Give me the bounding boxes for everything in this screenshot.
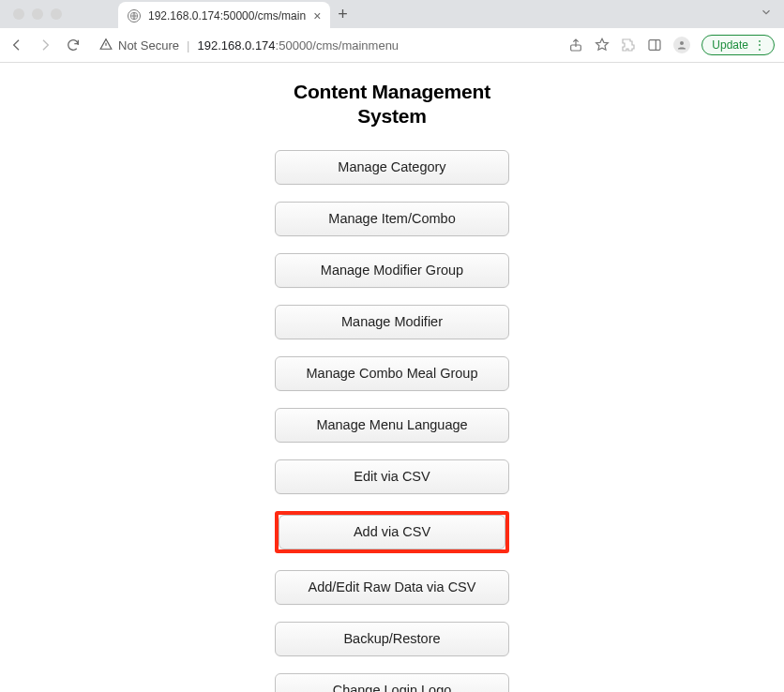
more-icon: ⋮ xyxy=(754,38,764,52)
menu-button[interactable]: Manage Modifier xyxy=(275,305,509,339)
menu-button[interactable]: Backup/Restore xyxy=(275,622,509,656)
page-content: Content Management System Manage Categor… xyxy=(0,63,784,692)
menu-button[interactable]: Manage Menu Language xyxy=(275,408,509,443)
minimize-window-icon[interactable] xyxy=(32,8,43,20)
menu-list: Manage CategoryManage Item/ComboManage M… xyxy=(275,150,509,693)
tabs-dropdown-icon[interactable] xyxy=(760,6,773,23)
warning-icon xyxy=(99,38,113,53)
globe-icon xyxy=(128,9,141,23)
update-label: Update xyxy=(712,38,748,52)
security-indicator[interactable]: Not Secure xyxy=(99,38,179,53)
browser-tab[interactable]: 192.168.0.174:50000/cms/main × xyxy=(118,2,330,30)
maximize-window-icon[interactable] xyxy=(51,8,62,20)
bookmark-star-icon[interactable] xyxy=(595,38,610,53)
svg-point-3 xyxy=(680,41,684,45)
svg-rect-2 xyxy=(649,40,660,51)
menu-button[interactable]: Add/Edit Raw Data via CSV xyxy=(275,570,509,605)
menu-button[interactable]: Manage Combo Meal Group xyxy=(275,356,509,391)
menu-button[interactable]: Manage Modifier Group xyxy=(275,253,509,288)
forward-button[interactable] xyxy=(38,38,53,53)
browser-update-button[interactable]: Update ⋮ xyxy=(701,35,775,55)
menu-button[interactable]: Change Login Logo xyxy=(275,673,509,693)
share-icon[interactable] xyxy=(568,38,583,53)
security-label: Not Secure xyxy=(118,38,179,53)
menu-button[interactable]: Add via CSV xyxy=(279,515,505,549)
menu-button[interactable]: Manage Category xyxy=(275,150,509,185)
close-window-icon[interactable] xyxy=(13,8,24,20)
address-bar[interactable]: Not Secure | 192.168.0.174:50000/cms/mai… xyxy=(99,38,555,53)
new-tab-button[interactable]: + xyxy=(338,6,348,23)
address-url: 192.168.0.174:50000/cms/mainmenu xyxy=(197,38,399,53)
address-separator: | xyxy=(187,38,189,53)
close-tab-icon[interactable]: × xyxy=(313,9,321,23)
menu-button[interactable]: Manage Item/Combo xyxy=(275,202,509,236)
browser-toolbar: Not Secure | 192.168.0.174:50000/cms/mai… xyxy=(0,28,784,62)
extensions-icon[interactable] xyxy=(621,38,636,53)
toolbar-right: Update ⋮ xyxy=(568,35,775,55)
profile-avatar-icon[interactable] xyxy=(673,37,690,53)
tab-title: 192.168.0.174:50000/cms/main xyxy=(148,9,306,23)
tab-bar: 192.168.0.174:50000/cms/main × + xyxy=(0,0,784,28)
browser-chrome: 192.168.0.174:50000/cms/main × + Not Sec… xyxy=(0,0,784,63)
menu-button-highlight: Add via CSV xyxy=(275,511,509,553)
side-panel-icon[interactable] xyxy=(647,38,662,53)
page-title: Content Management System xyxy=(294,80,490,129)
window-controls[interactable] xyxy=(13,8,62,20)
reload-button[interactable] xyxy=(66,38,81,53)
menu-button[interactable]: Edit via CSV xyxy=(275,459,509,494)
back-button[interactable] xyxy=(9,38,24,53)
